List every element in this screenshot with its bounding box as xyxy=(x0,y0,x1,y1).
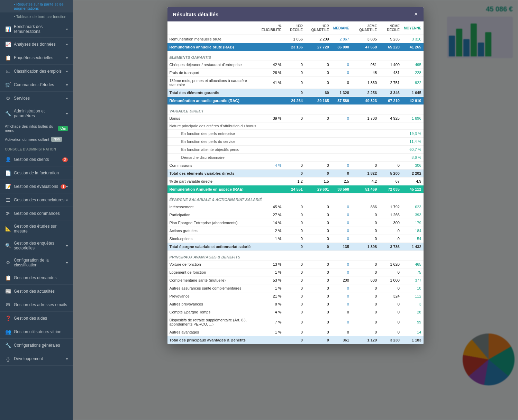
row-median: 0 xyxy=(331,268,351,276)
row-q3 xyxy=(351,130,379,138)
row-q3 xyxy=(351,154,379,162)
row-median: 0 xyxy=(331,300,351,308)
row-eligibility: 21 % xyxy=(257,292,283,300)
sidebar-item-etudes[interactable]: 📐 Gestion des études sur mesure xyxy=(0,220,73,237)
row-dec9: 4 925 xyxy=(379,115,402,122)
row-label: Dispositifs de retraite supplémentaire (… xyxy=(167,316,257,328)
sidebar-item-analyses[interactable]: 📈 Analyses des données ▾ xyxy=(0,38,73,51)
row-eligibility xyxy=(257,177,283,185)
sidebar-item-nomenclatures[interactable]: ☰ Gestion des nomenclatures ▾ xyxy=(0,193,73,207)
row-label: Logement de fonction xyxy=(167,268,257,276)
aides-icon: ❓ xyxy=(5,315,11,321)
row-q3: 0 xyxy=(351,316,379,328)
row-q1: 0 xyxy=(305,316,331,328)
row-eligibility xyxy=(257,336,283,344)
row-dec1 xyxy=(284,130,305,138)
row-mean: 112 xyxy=(402,292,424,300)
enquetes-icon: 📋 xyxy=(5,55,11,61)
col-eligibility: % ÉLIGIBILITÉ xyxy=(257,21,283,35)
sidebar-item-gestion-clients[interactable]: 👤 Gestion des clients 2 xyxy=(0,153,73,166)
section-label: VARIABLE DIRECT xyxy=(167,105,424,115)
row-label: En fonction atteinte objectifs perso xyxy=(167,146,257,154)
row-median: 0 xyxy=(331,328,351,336)
sidebar-item-classification[interactable]: 🏷 Classification des emplois ▾ xyxy=(0,65,73,78)
table-row: PRINCIPAUX AVANTAGES & BENEFITS xyxy=(167,251,424,261)
row-eligibility: 53 % xyxy=(257,276,283,284)
row-label: Participation xyxy=(167,211,257,219)
toggle-collant-button[interactable]: Non xyxy=(51,137,62,142)
modal-close-button[interactable]: × xyxy=(414,11,418,17)
table-row: Stock-options 1 % 0 0 0 0 0 54 xyxy=(167,235,424,243)
row-eligibility: 4 % xyxy=(257,308,283,316)
row-mean: 4,9 xyxy=(402,177,424,185)
row-mean: 28 xyxy=(402,308,424,316)
sidebar-classification-label: Classification des emplois xyxy=(14,69,66,74)
sidebar-item-enquetes[interactable]: 📋 Enquêtes sectorielles ▾ xyxy=(0,51,73,65)
chevron-icon: ▾ xyxy=(66,185,68,189)
sidebar-item-enquetes-sect[interactable]: 🔍 Gestion des enquêtes sectorielles ▾ xyxy=(0,237,73,254)
row-q1: 0 xyxy=(305,292,331,300)
row-eligibility xyxy=(257,130,283,138)
modal-header: Résultats détaillés × xyxy=(167,7,424,21)
row-label: Plan Epargne Entreprise (abondements) xyxy=(167,219,257,227)
table-row: En fonction des perfs du service 11,4 % xyxy=(167,138,424,146)
row-dec1: 0 xyxy=(284,235,305,243)
sidebar-sub-tableaux[interactable]: • Tableaux de bord par fonction xyxy=(0,12,73,21)
row-dec1: 0 xyxy=(284,316,305,328)
sidebar-commandes-gestion-label: Gestion des commandes xyxy=(14,211,68,216)
chevron-icon: ▾ xyxy=(66,244,68,248)
row-label: Autres assurances santé complémentaires xyxy=(167,284,257,292)
row-median xyxy=(331,146,351,154)
row-eligibility: 1 % xyxy=(257,284,283,292)
row-q3: 1 129 xyxy=(351,336,379,344)
sidebar-item-emails[interactable]: ✉ Gestion des adresses emails xyxy=(0,298,73,312)
row-label: 13ème mois, primes et allocations à cara… xyxy=(167,77,257,89)
sidebar-item-aides[interactable]: ❓ Gestion des aides xyxy=(0,312,73,325)
row-q3: 0 xyxy=(351,235,379,243)
sidebar-item-config-class[interactable]: ⚙ Configuration de la classification ▾ xyxy=(0,254,73,271)
commandes-gestion-icon: 🛍 xyxy=(5,210,11,217)
sidebar-item-demandes[interactable]: 📋 Gestion des demandes xyxy=(0,271,73,285)
row-q3: 47 658 xyxy=(351,43,379,51)
row-mean: 1 183 xyxy=(402,336,424,344)
sidebar-item-benchmark[interactable]: 📊 Benchmark des rémunérations ▾ xyxy=(0,21,73,38)
row-mean: 99 xyxy=(402,316,424,328)
col-median: MÉDIANE xyxy=(331,21,351,35)
row-label: Total des éléments garantis xyxy=(167,89,257,97)
toggle-bulles-button[interactable]: Oui xyxy=(58,126,68,131)
table-row: Total des principaux avantages & Benefit… xyxy=(167,336,424,344)
sidebar-item-admin[interactable]: 🔧 Administration et paramètres ▾ xyxy=(0,105,73,122)
sidebar-item-config-gen[interactable]: 🔧 Configurations générales xyxy=(0,339,73,352)
sidebar-item-commandes-gestion[interactable]: 🛍 Gestion des commandes xyxy=(0,207,73,220)
etudes-icon: 📐 xyxy=(5,226,11,232)
row-eligibility: 2 % xyxy=(257,227,283,235)
sidebar-item-utilisateurs[interactable]: 👥 Gestion utilisateurs vitrine xyxy=(0,325,73,339)
row-mean: 179 xyxy=(402,219,424,227)
row-q3: 4,2 xyxy=(351,177,379,185)
row-dec1: 0 xyxy=(284,261,305,268)
config-class-icon: ⚙ xyxy=(5,259,11,266)
sidebar-item-services[interactable]: ⚙ Services ▾ xyxy=(0,92,73,105)
main-content: 45 086 € Résultats détaillés × xyxy=(73,0,518,420)
row-dec9: 0 xyxy=(379,284,402,292)
console-label: Console d'administration xyxy=(0,144,73,153)
sidebar-item-dev[interactable]: {} Développement ▾ xyxy=(0,352,73,366)
toggle-bulles-label: Affichage des infos bulles du menu xyxy=(5,124,56,133)
row-q1: 0 xyxy=(305,219,331,227)
row-dec9: 0 xyxy=(379,235,402,243)
sidebar-item-evaluations[interactable]: 📝 Gestion des évaluations 1 ▾ xyxy=(0,180,73,193)
row-median: 0 xyxy=(331,162,351,170)
row-q3: 1 700 xyxy=(351,115,379,122)
row-median: 0 xyxy=(331,203,351,211)
row-dec1: 1 856 xyxy=(284,35,305,43)
chevron-icon: ▾ xyxy=(66,357,68,361)
row-eligibility: 41 % xyxy=(257,77,283,89)
sidebar-item-facturation[interactable]: 📄 Gestion de la facturation xyxy=(0,166,73,180)
sidebar-item-actualites[interactable]: 📰 Gestion des actualités xyxy=(0,285,73,298)
utilisateurs-icon: 👥 xyxy=(5,329,11,335)
sidebar-sub-requetes[interactable]: • Requêtes sur la parité et les augmenta… xyxy=(0,0,73,12)
modal-overlay[interactable]: Résultats détaillés × % ÉLIGIBILITÉ 1ER … xyxy=(73,0,518,420)
sidebar-item-commandes[interactable]: 🛒 Commandes d'études ▾ xyxy=(0,78,73,92)
row-dec1: 0 xyxy=(284,203,305,211)
row-label: Autres avantages xyxy=(167,328,257,336)
